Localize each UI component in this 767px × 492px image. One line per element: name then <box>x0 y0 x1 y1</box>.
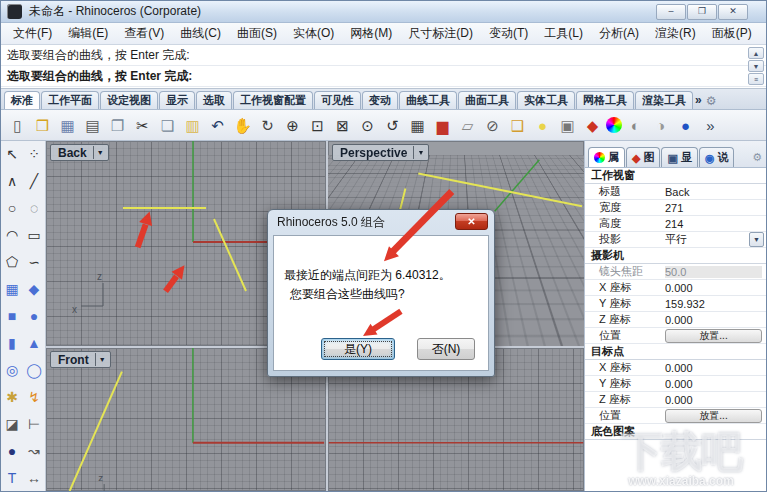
toolbar-tab[interactable]: 工作平面 <box>41 91 99 109</box>
place-button[interactable]: 放置... <box>665 409 762 423</box>
tab-overflow-chevron[interactable]: » <box>694 93 704 109</box>
place-button[interactable]: 放置... <box>665 329 762 343</box>
new-document-icon[interactable]: ▯ <box>6 113 29 138</box>
copy-icon[interactable]: ❏ <box>156 113 179 138</box>
lightning-icon[interactable]: ↯ <box>23 384 45 411</box>
property-value[interactable]: 159.932 <box>665 298 764 310</box>
select-pointer-icon[interactable]: ↖ <box>1 141 23 168</box>
surface-icon[interactable]: ▦ <box>1 276 23 303</box>
zoom-in-icon[interactable]: ⊕ <box>281 113 304 138</box>
torus-icon[interactable]: ◯ <box>23 357 45 384</box>
polyline-icon[interactable]: ∧ <box>1 168 23 195</box>
polygon-icon[interactable]: ⬠ <box>1 249 23 276</box>
color-wheel-icon[interactable] <box>606 117 622 133</box>
tube-icon[interactable]: ◎ <box>1 357 23 384</box>
yes-button[interactable]: 是(Y) <box>321 338 395 360</box>
toolbar-tab[interactable]: 选取 <box>196 91 232 109</box>
command-prompt-line[interactable]: 选取要组合的曲线，按 Enter 完成: <box>1 66 766 87</box>
property-value[interactable]: 0.000 <box>665 378 764 390</box>
cut-icon[interactable]: ✂ <box>131 113 154 138</box>
cylinder-icon[interactable]: ▮ <box>1 330 23 357</box>
rotate-view-icon[interactable]: ↻ <box>256 113 279 138</box>
property-value[interactable]: 0.000 <box>665 282 764 294</box>
viewport-perspective-title[interactable]: Perspective ▼ <box>332 144 429 161</box>
gear-icon[interactable]: ⚙ <box>752 151 764 167</box>
yellow-curve[interactable] <box>70 372 122 491</box>
property-value[interactable]: 0.000 <box>665 394 764 406</box>
plan-view-icon[interactable]: ▱ <box>456 113 479 138</box>
panel-tab-layers[interactable]: ◆图 <box>626 147 660 167</box>
rendered-sphere-icon[interactable]: ● <box>674 113 697 138</box>
zoom-window-icon[interactable]: ⊡ <box>306 113 329 138</box>
open-folder-icon[interactable]: ❒ <box>31 113 54 138</box>
menu-item[interactable]: 曲面(S) <box>229 23 285 44</box>
menu-item[interactable]: 分析(A) <box>591 23 647 44</box>
menu-item[interactable]: 工具(L) <box>536 23 591 44</box>
splitter-handle[interactable]: ≡ <box>748 73 764 85</box>
gear-icon[interactable]: ⚙ <box>704 94 719 109</box>
print-icon[interactable]: ▤ <box>81 113 104 138</box>
puzzle-explode-icon[interactable]: ✱ <box>1 384 23 411</box>
viewport-front-title[interactable]: Front ▼ <box>50 351 111 368</box>
yellow-curve[interactable] <box>418 174 582 207</box>
ellipse-icon[interactable]: ◌ <box>23 195 45 222</box>
toolbar-tab[interactable]: 显示 <box>159 91 195 109</box>
close-icon[interactable]: ✕ <box>455 213 488 230</box>
line-icon[interactable]: ╱ <box>23 168 45 195</box>
sweep-icon[interactable]: ◆ <box>23 276 45 303</box>
property-value[interactable]: 平行 <box>665 232 749 247</box>
extend-icon[interactable]: ⊢ <box>23 411 45 438</box>
viewport-back-title[interactable]: Back ▼ <box>50 144 109 161</box>
rectangle-icon[interactable]: ▭ <box>23 222 45 249</box>
toolbar-tab[interactable]: 设定视图 <box>100 91 158 109</box>
maximize-button[interactable]: ❐ <box>687 4 717 20</box>
command-history-line[interactable]: 选取要组合的曲线，按 Enter 完成: <box>1 45 766 66</box>
cone-icon[interactable]: ▲ <box>23 330 45 357</box>
color-balls-icon[interactable]: ● <box>1 438 23 465</box>
panel-tab-help[interactable]: ◉说 <box>699 147 735 167</box>
zoom-extents-icon[interactable]: ⊠ <box>331 113 354 138</box>
four-viewports-icon[interactable]: ▦ <box>406 113 429 138</box>
menu-item[interactable]: 曲线(C) <box>172 23 229 44</box>
menu-item[interactable]: 查看(V) <box>116 23 172 44</box>
property-value[interactable]: 0.000 <box>665 314 764 326</box>
panel-tab-properties[interactable]: 属 <box>588 147 625 167</box>
toolbar-tab[interactable]: 网格工具 <box>576 91 634 109</box>
shaded-sphere-icon[interactable]: ◐ <box>624 113 647 138</box>
lightbulb-icon[interactable]: ● <box>531 113 554 138</box>
arc-icon[interactable]: ◠ <box>1 222 23 249</box>
trim-icon[interactable]: ◪ <box>1 411 23 438</box>
undo-view-icon[interactable]: ↺ <box>381 113 404 138</box>
property-value[interactable]: 0.000 <box>665 362 764 374</box>
sphere-icon[interactable]: ● <box>23 303 45 330</box>
yellow-curve[interactable] <box>214 219 246 291</box>
undo-icon[interactable]: ↶ <box>206 113 229 138</box>
projection-dropdown-button[interactable]: ▼ <box>749 232 764 247</box>
toolbar-overflow-chevron[interactable]: » <box>699 113 722 138</box>
toolbar-tab[interactable]: 工作视窗配置 <box>233 91 313 109</box>
close-button[interactable]: ✕ <box>718 4 748 20</box>
toolbar-tab[interactable]: 变动 <box>362 91 398 109</box>
scroll-up-icon[interactable]: ▲ <box>748 47 764 59</box>
curve-edit-icon[interactable]: ↝ <box>23 438 45 465</box>
ghosted-sphere-icon[interactable]: ◑ <box>649 113 672 138</box>
property-value[interactable]: 271 <box>665 202 764 214</box>
menu-item[interactable]: 面板(P) <box>704 23 760 44</box>
toolbar-tab[interactable]: 可见性 <box>314 91 361 109</box>
paste-icon[interactable]: ▥ <box>181 113 204 138</box>
menu-item[interactable]: 说明(H) <box>760 23 766 44</box>
cplane-icon[interactable]: ⊘ <box>481 113 504 138</box>
scroll-down-icon[interactable]: ▼ <box>748 60 764 72</box>
menu-item[interactable]: 编辑(E) <box>60 23 116 44</box>
no-button[interactable]: 否(N) <box>417 338 475 360</box>
layer-wedge-icon[interactable]: ◆ <box>581 113 604 138</box>
copy-page-icon[interactable]: ❐ <box>106 113 129 138</box>
freeform-curve-icon[interactable]: ∽ <box>23 249 45 276</box>
panel-tab-display[interactable]: ▣显 <box>661 147 697 167</box>
control-points-icon[interactable]: ⁘ <box>23 141 45 168</box>
dimension-icon[interactable]: ↔ <box>23 465 45 492</box>
box-icon[interactable]: ■ <box>1 303 23 330</box>
menu-item[interactable]: 网格(M) <box>342 23 400 44</box>
car-named-view-icon[interactable]: ▆ <box>431 113 454 138</box>
toolbar-tab[interactable]: 实体工具 <box>517 91 575 109</box>
